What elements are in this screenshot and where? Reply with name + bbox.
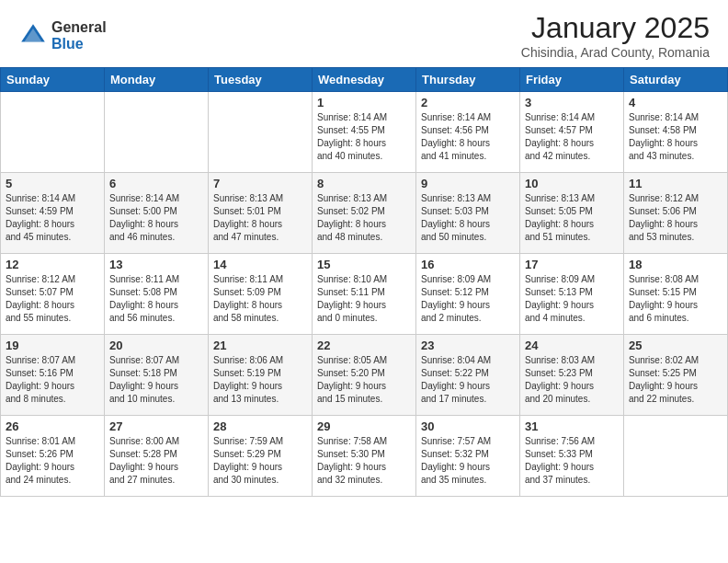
day-number: 9	[421, 177, 515, 190]
day-number: 3	[525, 96, 619, 109]
weekday-header-tuesday: Tuesday	[209, 68, 313, 92]
month-title: January 2025	[521, 11, 710, 45]
calendar-cell: 12Sunrise: 8:12 AM Sunset: 5:07 PM Dayli…	[1, 254, 105, 335]
calendar-cell: 18Sunrise: 8:08 AM Sunset: 5:15 PM Dayli…	[624, 254, 728, 335]
day-number: 29	[317, 419, 411, 433]
calendar-cell: 20Sunrise: 8:07 AM Sunset: 5:18 PM Dayli…	[105, 335, 209, 416]
day-number: 26	[6, 419, 99, 433]
day-info: Sunrise: 8:12 AM Sunset: 5:07 PM Dayligh…	[6, 273, 99, 325]
calendar-cell: 14Sunrise: 8:11 AM Sunset: 5:09 PM Dayli…	[209, 254, 313, 335]
calendar-cell	[209, 92, 313, 173]
day-number: 6	[109, 177, 203, 190]
day-info: Sunrise: 8:02 AM Sunset: 5:25 PM Dayligh…	[629, 354, 722, 406]
calendar-week-4: 19Sunrise: 8:07 AM Sunset: 5:16 PM Dayli…	[1, 335, 728, 416]
day-number: 21	[213, 339, 307, 352]
day-info: Sunrise: 8:07 AM Sunset: 5:16 PM Dayligh…	[6, 354, 99, 406]
logo-text: General Blue	[51, 19, 107, 52]
weekday-header-wednesday: Wednesday	[313, 68, 416, 92]
calendar-cell: 10Sunrise: 8:13 AM Sunset: 5:05 PM Dayli…	[520, 173, 624, 254]
day-info: Sunrise: 8:05 AM Sunset: 5:20 PM Dayligh…	[317, 354, 411, 406]
title-block: January 2025 Chisindia, Arad County, Rom…	[521, 11, 710, 60]
day-number: 22	[317, 339, 411, 352]
day-info: Sunrise: 8:14 AM Sunset: 4:59 PM Dayligh…	[6, 192, 99, 244]
calendar-cell: 24Sunrise: 8:03 AM Sunset: 5:23 PM Dayli…	[520, 335, 624, 416]
calendar-cell: 2Sunrise: 8:14 AM Sunset: 4:56 PM Daylig…	[416, 92, 520, 173]
calendar-cell: 3Sunrise: 8:14 AM Sunset: 4:57 PM Daylig…	[520, 92, 624, 173]
day-info: Sunrise: 8:10 AM Sunset: 5:11 PM Dayligh…	[317, 273, 411, 325]
calendar-cell: 19Sunrise: 8:07 AM Sunset: 5:16 PM Dayli…	[1, 335, 105, 416]
day-info: Sunrise: 7:57 AM Sunset: 5:32 PM Dayligh…	[421, 435, 515, 487]
weekday-header-row: SundayMondayTuesdayWednesdayThursdayFrid…	[1, 68, 728, 92]
day-info: Sunrise: 8:03 AM Sunset: 5:23 PM Dayligh…	[525, 354, 619, 406]
day-number: 5	[6, 177, 99, 190]
calendar-cell	[1, 92, 105, 173]
calendar-week-1: 1Sunrise: 8:14 AM Sunset: 4:55 PM Daylig…	[1, 92, 728, 173]
logo-icon	[18, 21, 48, 51]
day-info: Sunrise: 8:13 AM Sunset: 5:01 PM Dayligh…	[213, 192, 307, 244]
day-number: 14	[213, 258, 307, 271]
day-info: Sunrise: 8:07 AM Sunset: 5:18 PM Dayligh…	[109, 354, 203, 406]
day-info: Sunrise: 8:08 AM Sunset: 5:15 PM Dayligh…	[629, 273, 722, 325]
calendar-cell: 25Sunrise: 8:02 AM Sunset: 5:25 PM Dayli…	[624, 335, 728, 416]
day-info: Sunrise: 8:14 AM Sunset: 4:55 PM Dayligh…	[317, 111, 411, 163]
day-number: 28	[213, 419, 307, 433]
day-number: 13	[109, 258, 203, 271]
header: General Blue January 2025 Chisindia, Ara…	[0, 0, 728, 67]
weekday-header-saturday: Saturday	[624, 68, 728, 92]
calendar-cell: 9Sunrise: 8:13 AM Sunset: 5:03 PM Daylig…	[416, 173, 520, 254]
calendar-cell	[624, 416, 728, 497]
day-number: 30	[421, 419, 515, 433]
calendar-cell	[105, 92, 209, 173]
calendar-cell: 11Sunrise: 8:12 AM Sunset: 5:06 PM Dayli…	[624, 173, 728, 254]
calendar-week-3: 12Sunrise: 8:12 AM Sunset: 5:07 PM Dayli…	[1, 254, 728, 335]
logo-blue-text: Blue	[51, 36, 107, 52]
day-info: Sunrise: 8:14 AM Sunset: 5:00 PM Dayligh…	[109, 192, 203, 244]
logo: General Blue	[18, 19, 107, 52]
calendar-cell: 23Sunrise: 8:04 AM Sunset: 5:22 PM Dayli…	[416, 335, 520, 416]
day-number: 18	[629, 258, 722, 271]
calendar-cell: 7Sunrise: 8:13 AM Sunset: 5:01 PM Daylig…	[209, 173, 313, 254]
calendar-cell: 6Sunrise: 8:14 AM Sunset: 5:00 PM Daylig…	[105, 173, 209, 254]
day-number: 24	[525, 339, 619, 352]
logo-general-text: General	[51, 19, 107, 36]
day-info: Sunrise: 8:14 AM Sunset: 4:58 PM Dayligh…	[629, 111, 722, 163]
day-number: 17	[525, 258, 619, 271]
day-number: 2	[421, 96, 515, 109]
day-info: Sunrise: 8:09 AM Sunset: 5:12 PM Dayligh…	[421, 273, 515, 325]
day-number: 7	[213, 177, 307, 190]
day-info: Sunrise: 8:14 AM Sunset: 4:57 PM Dayligh…	[525, 111, 619, 163]
calendar-cell: 21Sunrise: 8:06 AM Sunset: 5:19 PM Dayli…	[209, 335, 313, 416]
day-info: Sunrise: 8:12 AM Sunset: 5:06 PM Dayligh…	[629, 192, 722, 244]
day-info: Sunrise: 7:56 AM Sunset: 5:33 PM Dayligh…	[525, 435, 619, 487]
location-title: Chisindia, Arad County, Romania	[521, 45, 710, 60]
calendar-cell: 30Sunrise: 7:57 AM Sunset: 5:32 PM Dayli…	[416, 416, 520, 497]
calendar-cell: 1Sunrise: 8:14 AM Sunset: 4:55 PM Daylig…	[313, 92, 416, 173]
day-info: Sunrise: 8:00 AM Sunset: 5:28 PM Dayligh…	[109, 435, 203, 487]
day-number: 12	[6, 258, 99, 271]
calendar-cell: 27Sunrise: 8:00 AM Sunset: 5:28 PM Dayli…	[105, 416, 209, 497]
day-number: 27	[109, 419, 203, 433]
day-number: 4	[629, 96, 722, 109]
calendar-cell: 29Sunrise: 7:58 AM Sunset: 5:30 PM Dayli…	[313, 416, 416, 497]
day-info: Sunrise: 8:06 AM Sunset: 5:19 PM Dayligh…	[213, 354, 307, 406]
calendar-cell: 28Sunrise: 7:59 AM Sunset: 5:29 PM Dayli…	[209, 416, 313, 497]
calendar-cell: 26Sunrise: 8:01 AM Sunset: 5:26 PM Dayli…	[1, 416, 105, 497]
day-info: Sunrise: 8:13 AM Sunset: 5:02 PM Dayligh…	[317, 192, 411, 244]
weekday-header-friday: Friday	[520, 68, 624, 92]
calendar-cell: 22Sunrise: 8:05 AM Sunset: 5:20 PM Dayli…	[313, 335, 416, 416]
day-info: Sunrise: 8:09 AM Sunset: 5:13 PM Dayligh…	[525, 273, 619, 325]
day-info: Sunrise: 7:59 AM Sunset: 5:29 PM Dayligh…	[213, 435, 307, 487]
day-info: Sunrise: 8:13 AM Sunset: 5:03 PM Dayligh…	[421, 192, 515, 244]
calendar-cell: 15Sunrise: 8:10 AM Sunset: 5:11 PM Dayli…	[313, 254, 416, 335]
day-info: Sunrise: 8:11 AM Sunset: 5:09 PM Dayligh…	[213, 273, 307, 325]
day-info: Sunrise: 8:11 AM Sunset: 5:08 PM Dayligh…	[109, 273, 203, 325]
day-number: 11	[629, 177, 722, 190]
calendar-week-2: 5Sunrise: 8:14 AM Sunset: 4:59 PM Daylig…	[1, 173, 728, 254]
day-info: Sunrise: 8:14 AM Sunset: 4:56 PM Dayligh…	[421, 111, 515, 163]
day-number: 19	[6, 339, 99, 352]
calendar-cell: 4Sunrise: 8:14 AM Sunset: 4:58 PM Daylig…	[624, 92, 728, 173]
calendar-cell: 8Sunrise: 8:13 AM Sunset: 5:02 PM Daylig…	[313, 173, 416, 254]
calendar-cell: 31Sunrise: 7:56 AM Sunset: 5:33 PM Dayli…	[520, 416, 624, 497]
calendar-cell: 5Sunrise: 8:14 AM Sunset: 4:59 PM Daylig…	[1, 173, 105, 254]
calendar-cell: 13Sunrise: 8:11 AM Sunset: 5:08 PM Dayli…	[105, 254, 209, 335]
